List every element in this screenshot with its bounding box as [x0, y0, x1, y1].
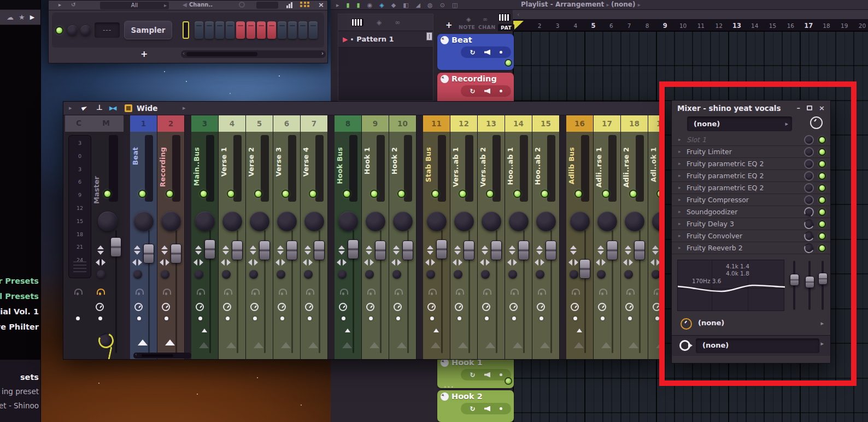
pan-arrows-icon[interactable]	[453, 257, 463, 268]
pan-knob[interactable]	[161, 212, 181, 231]
track-mode-icon[interactable]	[441, 36, 449, 44]
headphone-icon[interactable]	[510, 289, 518, 296]
time-selector-row[interactable]: (none) ▸	[672, 315, 830, 334]
select-dot[interactable]	[430, 317, 434, 320]
pan-arrows-icon[interactable]	[303, 257, 313, 268]
mixer-layout-label[interactable]: Wide	[137, 104, 157, 113]
slot-enable-led[interactable]	[819, 197, 825, 203]
small-knob[interactable]	[426, 270, 435, 279]
fader-handle[interactable]	[634, 241, 645, 260]
play-icon[interactable]: ▸	[336, 2, 339, 8]
headphone-icon[interactable]	[135, 289, 143, 296]
browser-item[interactable]: set - Shinoo	[0, 401, 39, 410]
clock-icon[interactable]	[625, 303, 634, 311]
headphone-icon[interactable]	[224, 289, 232, 296]
mirror-tracks-icon[interactable]: ▶◀	[109, 105, 115, 111]
plugin-picker-icon[interactable]: ⊥	[96, 103, 103, 112]
pan-arrows-icon[interactable]	[507, 257, 518, 268]
pattern-name[interactable]: Pattern 1	[356, 35, 394, 43]
layout-swatch-icon[interactable]	[125, 104, 132, 112]
master-pan-knob[interactable]	[98, 212, 118, 231]
route-arrow-dim-icon[interactable]	[431, 342, 441, 348]
channel-enable-led[interactable]	[630, 191, 636, 197]
playlist-scroll-strip[interactable]: ‹	[513, 10, 868, 20]
small-knob[interactable]	[652, 270, 660, 279]
fader-handle[interactable]	[314, 241, 325, 260]
channel-enable-led[interactable]	[344, 191, 350, 197]
mute-icon[interactable]: ◍	[427, 2, 433, 8]
mix-knob[interactable]	[804, 135, 814, 145]
slice-icon[interactable]: ◢	[416, 2, 420, 8]
select-dot[interactable]	[512, 317, 516, 320]
step-button[interactable]	[236, 21, 245, 39]
playlist-track-hook-2[interactable]: Hook 2↻	[437, 390, 514, 422]
speaker-icon[interactable]	[484, 50, 490, 55]
select-dot[interactable]	[369, 317, 373, 320]
clock-icon[interactable]	[427, 303, 436, 311]
fader-handle[interactable]	[259, 241, 270, 260]
route-arrow-dim-icon[interactable]	[540, 342, 550, 348]
small-knob[interactable]	[536, 270, 544, 279]
eq-slider-handle[interactable]	[818, 273, 828, 285]
play-icon[interactable]: ▸	[58, 2, 61, 8]
fader-handle[interactable]	[286, 241, 297, 260]
clock-icon[interactable]	[482, 303, 490, 311]
tab-chan[interactable]: CHAN	[478, 24, 495, 30]
mixer-channel-12[interactable]: 12Vers..ab 1	[450, 115, 478, 359]
fader-handle[interactable]	[546, 241, 556, 260]
clock-icon[interactable]	[455, 303, 463, 311]
cloud-icon[interactable]: ☁	[7, 13, 14, 21]
stereo-sep-arrows-icon[interactable]	[160, 245, 170, 256]
scroll-right-icon[interactable]: ›	[321, 50, 324, 56]
channel-enable-led[interactable]	[398, 191, 404, 197]
mix-knob[interactable]	[804, 159, 814, 169]
headphone-icon[interactable]	[626, 289, 634, 296]
step-button[interactable]	[257, 21, 266, 39]
pan-arrows-icon[interactable]	[568, 257, 579, 268]
pattern-play-icon[interactable]: ▶	[343, 36, 348, 43]
brush-icon[interactable]: ◧	[403, 2, 408, 8]
step-button[interactable]	[195, 21, 203, 39]
pan-arrows-icon[interactable]	[391, 257, 402, 268]
pan-knob[interactable]	[195, 212, 215, 231]
close-icon[interactable]: ×	[819, 104, 825, 112]
route-arrow-icon[interactable]	[165, 339, 175, 345]
small-knob[interactable]	[249, 270, 258, 279]
route-arrow-dim-icon[interactable]	[458, 342, 468, 348]
clock-icon[interactable]	[653, 303, 661, 311]
undo-icon[interactable]: ↺	[71, 2, 75, 8]
tab-pat[interactable]: PAT	[498, 24, 514, 31]
clock-icon[interactable]	[223, 303, 231, 311]
slot-enable-led[interactable]	[819, 185, 825, 191]
small-knob[interactable]	[570, 270, 578, 279]
chevron-right-icon[interactable]: ▸	[183, 104, 186, 112]
master-fader-handle[interactable]	[110, 237, 121, 257]
channel-enable-led[interactable]	[432, 191, 438, 197]
headphone-icon[interactable]	[428, 289, 436, 296]
stereo-sep-arrows-icon[interactable]	[623, 245, 634, 256]
mixer-master-section[interactable]: C M 303691215182124 Master	[65, 115, 124, 359]
channel-enable-led[interactable]	[542, 191, 548, 197]
fader-handle[interactable]	[402, 241, 413, 260]
select-dot[interactable]	[628, 317, 632, 320]
fader-handle[interactable]	[518, 241, 529, 260]
clock-button[interactable]	[810, 116, 823, 129]
route-arrow-dim-icon[interactable]	[601, 342, 611, 348]
stereo-sep-arrows-icon[interactable]	[221, 245, 231, 256]
eq-slider-handle[interactable]	[805, 276, 814, 288]
scrollbar-handle[interactable]	[186, 52, 257, 56]
dot-icon[interactable]	[500, 373, 502, 376]
mixer-channel-3[interactable]: 3Main..Bus	[191, 115, 219, 359]
pan-arrows-icon[interactable]	[650, 257, 661, 268]
dot-icon[interactable]	[500, 51, 502, 54]
clock-icon[interactable]	[196, 303, 204, 311]
dot-icon[interactable]	[500, 407, 502, 410]
pan-knob[interactable]	[597, 212, 617, 231]
mixer-channel-1[interactable]: 1Beat	[130, 115, 157, 359]
pan-knob[interactable]	[652, 212, 661, 231]
browser-item[interactable]: ing preset	[2, 387, 39, 396]
headphone-icon[interactable]	[74, 289, 82, 296]
pan-knob[interactable]	[134, 212, 154, 231]
route-arrow-dim-icon[interactable]	[370, 342, 379, 348]
stereo-sep-arrows-icon[interactable]	[96, 245, 106, 256]
